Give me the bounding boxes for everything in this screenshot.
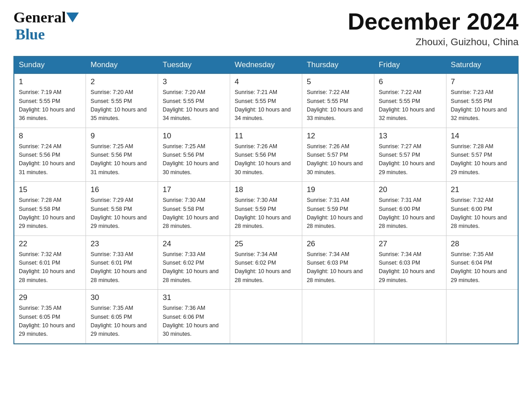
- day-number: 16: [90, 185, 153, 194]
- calendar-cell: 8Sunrise: 7:24 AMSunset: 5:56 PMDaylight…: [14, 128, 86, 182]
- calendar-cell: 1Sunrise: 7:19 AMSunset: 5:55 PMDaylight…: [14, 74, 86, 128]
- day-number: 31: [163, 293, 225, 302]
- calendar-cell: 24Sunrise: 7:33 AMSunset: 6:02 PMDayligh…: [158, 235, 230, 290]
- day-number: 3: [163, 77, 225, 86]
- day-info: Sunrise: 7:31 AMSunset: 6:00 PMDaylight:…: [379, 196, 442, 231]
- day-number: 25: [235, 240, 297, 248]
- day-number: 22: [19, 240, 81, 248]
- day-number: 27: [379, 240, 442, 248]
- calendar-cell: 9Sunrise: 7:25 AMSunset: 5:56 PMDaylight…: [86, 128, 158, 182]
- day-number: 23: [90, 240, 153, 248]
- logo: General: [13, 9, 80, 26]
- day-info: Sunrise: 7:32 AMSunset: 6:01 PMDaylight:…: [19, 250, 81, 285]
- day-number: 13: [379, 132, 442, 141]
- day-number: 12: [307, 132, 369, 141]
- calendar-cell: 30Sunrise: 7:35 AMSunset: 6:05 PMDayligh…: [86, 290, 158, 344]
- day-number: 18: [235, 185, 297, 194]
- logo-area: General Blue: [13, 9, 80, 43]
- calendar-cell: 11Sunrise: 7:26 AMSunset: 5:56 PMDayligh…: [230, 128, 302, 182]
- day-number: 7: [451, 77, 513, 86]
- calendar-cell: 17Sunrise: 7:30 AMSunset: 5:58 PMDayligh…: [158, 182, 230, 236]
- day-info: Sunrise: 7:25 AMSunset: 5:56 PMDaylight:…: [163, 142, 225, 177]
- day-info: Sunrise: 7:24 AMSunset: 5:56 PMDaylight:…: [19, 142, 81, 177]
- calendar-cell: 27Sunrise: 7:34 AMSunset: 6:03 PMDayligh…: [374, 235, 446, 290]
- day-info: Sunrise: 7:26 AMSunset: 5:56 PMDaylight:…: [235, 142, 297, 177]
- weekday-header-monday: Monday: [86, 56, 158, 74]
- day-info: Sunrise: 7:31 AMSunset: 5:59 PMDaylight:…: [307, 196, 369, 231]
- day-number: 21: [451, 185, 513, 194]
- day-number: 4: [235, 77, 297, 86]
- calendar-cell: 20Sunrise: 7:31 AMSunset: 6:00 PMDayligh…: [374, 182, 446, 236]
- day-info: Sunrise: 7:35 AMSunset: 6:04 PMDaylight:…: [451, 250, 513, 285]
- day-number: 14: [451, 132, 513, 141]
- calendar-cell: 3Sunrise: 7:20 AMSunset: 5:55 PMDaylight…: [158, 74, 230, 128]
- day-info: Sunrise: 7:34 AMSunset: 6:02 PMDaylight:…: [235, 250, 297, 285]
- day-info: Sunrise: 7:22 AMSunset: 5:55 PMDaylight:…: [379, 88, 442, 123]
- day-info: Sunrise: 7:36 AMSunset: 6:06 PMDaylight:…: [163, 304, 225, 339]
- day-info: Sunrise: 7:21 AMSunset: 5:55 PMDaylight:…: [235, 88, 297, 123]
- calendar-cell: 21Sunrise: 7:32 AMSunset: 6:00 PMDayligh…: [446, 182, 518, 236]
- day-number: 5: [307, 77, 369, 86]
- location-subtitle: Zhouxi, Guizhou, China: [348, 36, 519, 48]
- day-info: Sunrise: 7:25 AMSunset: 5:56 PMDaylight:…: [90, 142, 153, 177]
- weekday-header-wednesday: Wednesday: [230, 56, 302, 74]
- day-info: Sunrise: 7:20 AMSunset: 5:55 PMDaylight:…: [90, 88, 153, 123]
- day-number: 6: [379, 77, 442, 86]
- day-info: Sunrise: 7:34 AMSunset: 6:03 PMDaylight:…: [379, 250, 442, 285]
- week-row-1: 1Sunrise: 7:19 AMSunset: 5:55 PMDaylight…: [14, 74, 518, 128]
- day-info: Sunrise: 7:22 AMSunset: 5:55 PMDaylight:…: [307, 88, 369, 123]
- day-number: 30: [90, 293, 153, 302]
- day-number: 8: [19, 132, 81, 141]
- logo-blue-line: Blue: [13, 26, 45, 43]
- day-info: Sunrise: 7:28 AMSunset: 5:57 PMDaylight:…: [451, 142, 513, 177]
- day-info: Sunrise: 7:20 AMSunset: 5:55 PMDaylight:…: [163, 88, 225, 123]
- day-number: 24: [163, 240, 225, 248]
- calendar-cell: 15Sunrise: 7:28 AMSunset: 5:58 PMDayligh…: [14, 182, 86, 236]
- day-number: 17: [163, 185, 225, 194]
- calendar-cell: 12Sunrise: 7:26 AMSunset: 5:57 PMDayligh…: [302, 128, 374, 182]
- weekday-header-saturday: Saturday: [446, 56, 518, 74]
- calendar-cell: 23Sunrise: 7:33 AMSunset: 6:01 PMDayligh…: [86, 235, 158, 290]
- day-info: Sunrise: 7:35 AMSunset: 6:05 PMDaylight:…: [90, 304, 153, 339]
- weekday-header-tuesday: Tuesday: [158, 56, 230, 74]
- calendar-cell: 2Sunrise: 7:20 AMSunset: 5:55 PMDaylight…: [86, 74, 158, 128]
- day-number: 11: [235, 132, 297, 141]
- day-info: Sunrise: 7:32 AMSunset: 6:00 PMDaylight:…: [451, 196, 513, 231]
- weekday-header-row: SundayMondayTuesdayWednesdayThursdayFrid…: [14, 56, 518, 74]
- logo-blue-text: Blue: [15, 26, 45, 43]
- calendar-cell: 13Sunrise: 7:27 AMSunset: 5:57 PMDayligh…: [374, 128, 446, 182]
- logo-arrow-icon: [66, 13, 79, 22]
- logo-general-text: General: [13, 9, 66, 26]
- calendar-cell: 25Sunrise: 7:34 AMSunset: 6:02 PMDayligh…: [230, 235, 302, 290]
- calendar-cell: 28Sunrise: 7:35 AMSunset: 6:04 PMDayligh…: [446, 235, 518, 290]
- calendar-cell: 7Sunrise: 7:23 AMSunset: 5:55 PMDaylight…: [446, 74, 518, 128]
- day-info: Sunrise: 7:30 AMSunset: 5:59 PMDaylight:…: [235, 196, 297, 231]
- calendar-cell: 19Sunrise: 7:31 AMSunset: 5:59 PMDayligh…: [302, 182, 374, 236]
- calendar-cell: 14Sunrise: 7:28 AMSunset: 5:57 PMDayligh…: [446, 128, 518, 182]
- calendar-cell: 10Sunrise: 7:25 AMSunset: 5:56 PMDayligh…: [158, 128, 230, 182]
- page-header: General Blue December 2024 Zhouxi, Guizh…: [13, 9, 519, 48]
- week-row-3: 15Sunrise: 7:28 AMSunset: 5:58 PMDayligh…: [14, 182, 518, 236]
- week-row-5: 29Sunrise: 7:35 AMSunset: 6:05 PMDayligh…: [14, 290, 518, 344]
- calendar-cell: [374, 290, 446, 344]
- weekday-header-friday: Friday: [374, 56, 446, 74]
- day-number: 29: [19, 293, 81, 302]
- calendar-cell: 6Sunrise: 7:22 AMSunset: 5:55 PMDaylight…: [374, 74, 446, 128]
- calendar-cell: 18Sunrise: 7:30 AMSunset: 5:59 PMDayligh…: [230, 182, 302, 236]
- week-row-4: 22Sunrise: 7:32 AMSunset: 6:01 PMDayligh…: [14, 235, 518, 290]
- day-number: 10: [163, 132, 225, 141]
- day-number: 28: [451, 240, 513, 248]
- calendar-table: SundayMondayTuesdayWednesdayThursdayFrid…: [13, 56, 519, 344]
- day-number: 1: [19, 77, 81, 86]
- calendar-cell: 26Sunrise: 7:34 AMSunset: 6:03 PMDayligh…: [302, 235, 374, 290]
- calendar-cell: 5Sunrise: 7:22 AMSunset: 5:55 PMDaylight…: [302, 74, 374, 128]
- calendar-cell: [302, 290, 374, 344]
- day-info: Sunrise: 7:33 AMSunset: 6:01 PMDaylight:…: [90, 250, 153, 285]
- day-info: Sunrise: 7:34 AMSunset: 6:03 PMDaylight:…: [307, 250, 369, 285]
- calendar-cell: 31Sunrise: 7:36 AMSunset: 6:06 PMDayligh…: [158, 290, 230, 344]
- day-number: 26: [307, 240, 369, 248]
- day-info: Sunrise: 7:35 AMSunset: 6:05 PMDaylight:…: [19, 304, 81, 339]
- weekday-header-thursday: Thursday: [302, 56, 374, 74]
- title-area: December 2024 Zhouxi, Guizhou, China: [348, 9, 519, 48]
- day-info: Sunrise: 7:28 AMSunset: 5:58 PMDaylight:…: [19, 196, 81, 231]
